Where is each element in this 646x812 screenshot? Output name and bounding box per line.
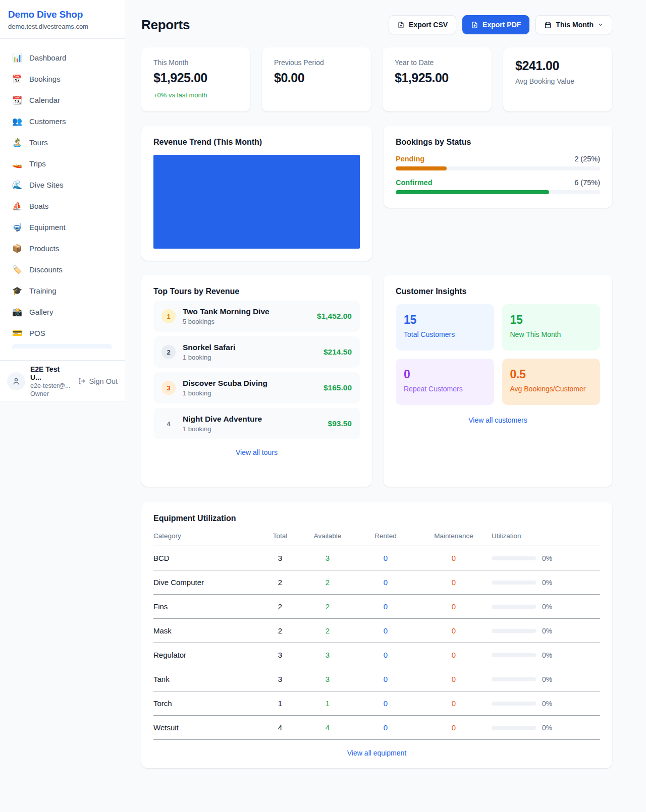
rank-badge: 3: [162, 381, 176, 395]
sidebar-item-label: Products: [29, 244, 59, 253]
table-row: BCD 3 3 0 0 0%: [153, 546, 600, 570]
sidebar-item-dive-sites[interactable]: 🌊 Dive Sites: [5, 174, 120, 195]
stat-label: Previous Period: [274, 59, 359, 67]
status-label: Confirmed: [396, 179, 433, 187]
maintenance-count: 0: [416, 626, 492, 635]
sidebar-item-label: Dive Sites: [29, 181, 64, 189]
stat-label: This Month: [153, 59, 238, 67]
camera-icon: 📸: [12, 307, 22, 317]
tile-value: 15: [510, 313, 593, 327]
total-count: 2: [260, 626, 300, 635]
export-pdf-button[interactable]: Export PDF: [462, 15, 529, 34]
column-rented: Rented: [355, 532, 416, 540]
diving-mask-icon: 🤿: [12, 222, 22, 232]
insight-tiles: 15 Total Customers 15 New This Month 0 R…: [396, 304, 600, 405]
status-value: 6 (75%): [574, 179, 600, 187]
status-label: Pending: [396, 155, 424, 163]
stat-value: $241.00: [515, 59, 600, 73]
sidebar-item-equipment[interactable]: 🤿 Equipment: [5, 216, 120, 238]
sidebar-item-products[interactable]: 📦 Products: [5, 238, 120, 259]
sidebar-item-label: POS: [29, 329, 45, 337]
sidebar-item-discounts[interactable]: 🏷️ Discounts: [5, 259, 120, 280]
table-row: Regulator 3 3 0 0 0%: [153, 643, 600, 667]
maintenance-count: 0: [416, 651, 492, 659]
logout-icon: [78, 377, 86, 385]
file-download-icon: [397, 21, 405, 29]
sidebar-item-gallery[interactable]: 📸 Gallery: [5, 301, 120, 322]
tour-row[interactable]: 4 Night Dive Adventure 1 booking $93.50: [153, 408, 360, 439]
total-count: 3: [260, 554, 300, 562]
equipment-category: Tank: [153, 675, 260, 683]
sailboat-icon: ⛵: [12, 201, 22, 211]
sign-out-label: Sign Out: [89, 377, 118, 385]
column-maintenance: Maintenance: [416, 532, 492, 540]
sidebar-item-label: Training: [29, 286, 57, 295]
view-all-equipment-link[interactable]: View all equipment: [153, 749, 600, 757]
dashboard-chart-icon: 📊: [12, 53, 22, 63]
equipment-category: Fins: [153, 602, 260, 611]
revenue-trend-card: Revenue Trend (This Month): [141, 126, 372, 261]
available-count: 2: [300, 578, 355, 587]
wave-icon: 🌊: [12, 180, 22, 190]
sidebar-item-trips[interactable]: 🚤 Trips: [5, 153, 120, 174]
progress-track: [396, 190, 600, 194]
tour-row[interactable]: 1 Two Tank Morning Dive 5 bookings $1,45…: [153, 301, 360, 332]
sidebar-item-label: Tours: [29, 138, 48, 147]
equipment-category: BCD: [153, 554, 260, 562]
sidebar-item-bookings[interactable]: 📅 Bookings: [5, 68, 120, 89]
utilization-cell: 0%: [492, 554, 600, 562]
speedboat-icon: 🚤: [12, 159, 22, 168]
insights-row: Top Tours by Revenue 1 Two Tank Morning …: [141, 275, 612, 487]
rank-badge: 1: [162, 309, 176, 323]
utilization-bar: [492, 677, 536, 681]
available-count: 3: [300, 675, 355, 683]
tag-icon: 🏷️: [12, 265, 22, 274]
utilization-bar: [492, 653, 536, 657]
tour-bookings: 5 bookings: [183, 318, 310, 325]
equipment-table-header: Category Total Available Rented Maintena…: [153, 532, 600, 546]
sign-out-button[interactable]: Sign Out: [78, 377, 118, 385]
tour-name: Night Dive Adventure: [183, 415, 321, 424]
sidebar-item-label: Customers: [29, 117, 66, 126]
total-count: 4: [260, 723, 300, 732]
export-csv-label: Export CSV: [409, 21, 448, 29]
column-total: Total: [260, 532, 300, 540]
view-all-customers-link[interactable]: View all customers: [396, 416, 600, 424]
tile-label: New This Month: [510, 330, 593, 338]
table-row: Fins 2 2 0 0 0%: [153, 595, 600, 619]
sidebar-item-label: Discounts: [29, 265, 63, 274]
tour-name: Discover Scuba Diving: [183, 379, 316, 388]
sidebar-item-reports-partial[interactable]: [12, 344, 113, 349]
tour-row[interactable]: 3 Discover Scuba Diving 1 booking $165.0…: [153, 372, 360, 403]
utilization-cell: 0%: [492, 627, 600, 635]
utilization-bar: [492, 726, 536, 730]
table-row: Torch 1 1 0 0 0%: [153, 691, 600, 716]
sidebar-item-boats[interactable]: ⛵ Boats: [5, 195, 120, 216]
bookings-by-status-card: Bookings by Status Pending 2 (25%) Confi…: [384, 126, 612, 208]
tour-name: Two Tank Morning Dive: [183, 307, 310, 316]
tour-row[interactable]: 2 Snorkel Safari 1 booking $214.50: [153, 336, 360, 368]
user-email: e2e-tester@...: [30, 382, 73, 389]
available-count: 3: [300, 554, 355, 562]
sidebar-item-pos[interactable]: 💳 POS: [5, 322, 120, 343]
total-count: 3: [260, 651, 300, 659]
people-icon: 👥: [12, 117, 22, 126]
total-count: 3: [260, 675, 300, 683]
revenue-trend-bar: [153, 155, 360, 249]
period-select[interactable]: This Month: [535, 15, 612, 34]
view-all-tours-link[interactable]: View all tours: [153, 448, 360, 456]
sidebar-item-dashboard[interactable]: 📊 Dashboard: [5, 47, 120, 68]
tile-label: Repeat Customers: [404, 385, 486, 393]
page-title: Reports: [141, 17, 190, 33]
tile-value: 15: [404, 313, 486, 327]
utilization-bar: [492, 605, 536, 609]
tearoff-calendar-icon: 📆: [12, 95, 22, 105]
graduation-cap-icon: 🎓: [12, 286, 22, 296]
export-csv-button[interactable]: Export CSV: [389, 15, 456, 34]
sidebar-item-customers[interactable]: 👥 Customers: [5, 110, 120, 132]
sidebar-item-tours[interactable]: 🏝️ Tours: [5, 132, 120, 153]
table-row: Wetsuit 4 4 0 0 0%: [153, 716, 600, 740]
sidebar-item-calendar[interactable]: 📆 Calendar: [5, 89, 120, 110]
progress-fill: [396, 166, 447, 170]
sidebar-item-training[interactable]: 🎓 Training: [5, 280, 120, 301]
